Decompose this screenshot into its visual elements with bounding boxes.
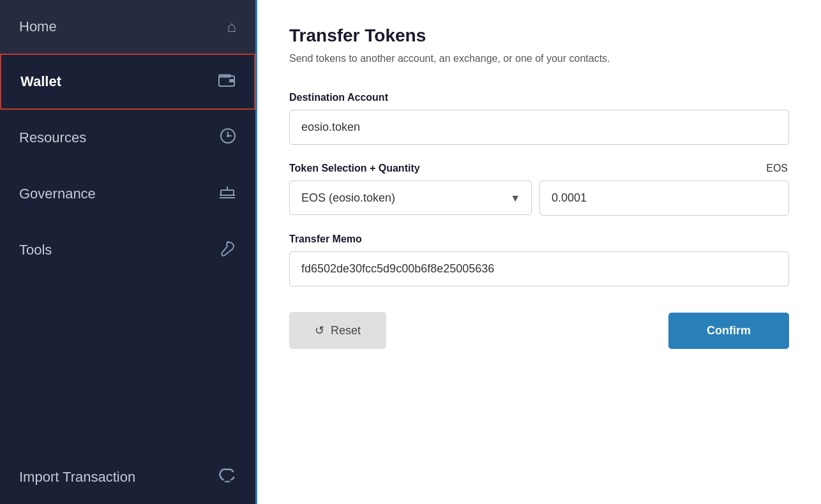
reset-label: Reset bbox=[331, 324, 361, 337]
page-title: Transfer Tokens bbox=[289, 26, 789, 46]
token-section: Token Selection + Quantity EOS EOS (eosi… bbox=[289, 163, 789, 216]
memo-input[interactable] bbox=[289, 251, 789, 286]
sidebar: Home ⌂ Wallet Resources Governance bbox=[0, 0, 255, 504]
import-transaction-label: Import Transaction bbox=[19, 469, 135, 485]
confirm-label: Confirm bbox=[707, 324, 751, 337]
governance-icon bbox=[218, 184, 236, 204]
quantity-input[interactable] bbox=[539, 181, 789, 216]
svg-rect-2 bbox=[229, 79, 234, 82]
sidebar-item-import-transaction[interactable]: Import Transaction bbox=[0, 450, 255, 504]
home-label: Home bbox=[19, 19, 57, 35]
sidebar-item-resources[interactable]: Resources bbox=[0, 110, 255, 166]
resources-label: Resources bbox=[19, 130, 86, 146]
destination-label: Destination Account bbox=[289, 92, 789, 103]
confirm-button[interactable]: Confirm bbox=[668, 313, 789, 349]
token-select-wrapper: EOS (eosio.token) ▼ bbox=[289, 181, 532, 216]
destination-section: Destination Account bbox=[289, 92, 789, 145]
tools-icon bbox=[220, 240, 236, 260]
button-row: ↺ Reset Confirm bbox=[289, 312, 789, 349]
resources-icon bbox=[220, 128, 236, 148]
sidebar-item-tools[interactable]: Tools bbox=[0, 222, 255, 278]
memo-section: Transfer Memo bbox=[289, 233, 789, 286]
page-subtitle: Send tokens to another account, an excha… bbox=[289, 51, 789, 66]
import-transaction-icon bbox=[218, 468, 236, 486]
svg-point-4 bbox=[227, 135, 229, 137]
reset-icon: ↺ bbox=[315, 323, 324, 337]
reset-button[interactable]: ↺ Reset bbox=[289, 312, 386, 349]
wallet-icon bbox=[218, 73, 235, 91]
sidebar-item-wallet[interactable]: Wallet bbox=[0, 54, 255, 110]
main-content: Transfer Tokens Send tokens to another a… bbox=[255, 0, 821, 504]
token-select[interactable]: EOS (eosio.token) bbox=[289, 181, 532, 215]
sidebar-item-governance[interactable]: Governance bbox=[0, 166, 255, 222]
destination-input[interactable] bbox=[289, 110, 789, 145]
sidebar-item-home[interactable]: Home ⌂ bbox=[0, 0, 255, 54]
governance-label: Governance bbox=[19, 186, 96, 202]
token-balance: EOS bbox=[766, 163, 789, 174]
home-icon: ⌂ bbox=[227, 18, 237, 36]
tools-label: Tools bbox=[19, 242, 52, 258]
wallet-label: Wallet bbox=[20, 73, 61, 90]
token-label: Token Selection + Quantity bbox=[289, 163, 420, 174]
memo-label: Transfer Memo bbox=[289, 233, 789, 245]
